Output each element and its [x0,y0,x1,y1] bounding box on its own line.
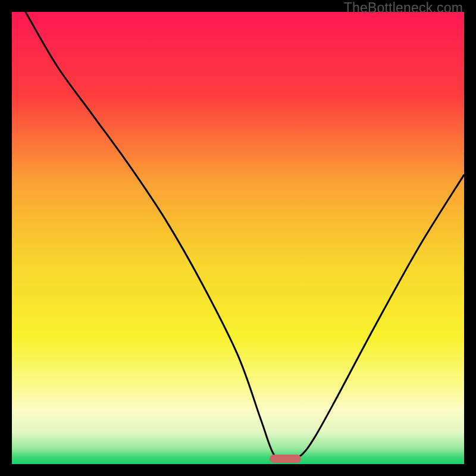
minimum-marker [270,455,301,463]
bottleneck-curve [12,12,464,464]
chart-frame [12,12,464,464]
watermark-text: TheBottleneck.com [344,0,463,16]
curve-path [26,12,464,460]
